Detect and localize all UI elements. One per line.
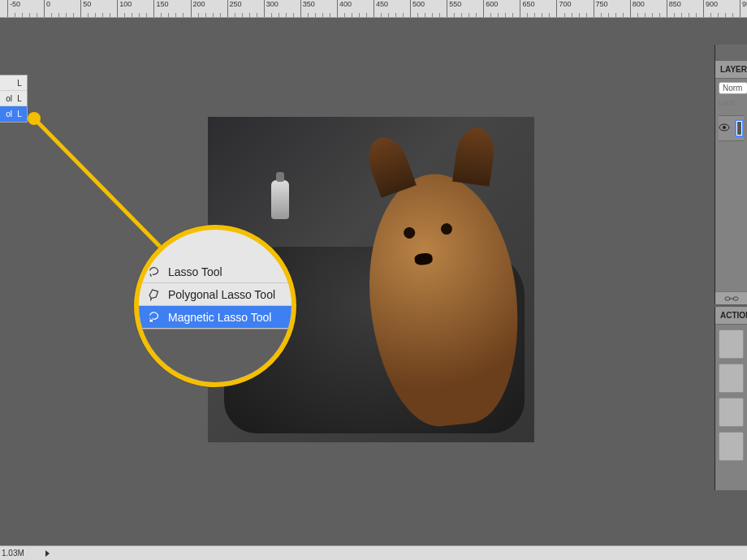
poly-lasso-icon (147, 287, 162, 302)
ruler-tick-major: 0 (44, 0, 50, 18)
tool-row-magnetic-lasso[interactable]: Magnetic Lasso Tool (139, 306, 291, 329)
visibility-eye-icon[interactable] (719, 123, 730, 133)
lasso-flyout-magnified: Lasso Tool Polygonal Lasso Tool Magnetic… (134, 225, 296, 387)
tool-label: Magnetic Lasso Tool (168, 311, 271, 324)
canvas-workspace: L ol L ol L Lass (0, 18, 747, 545)
blend-mode-select[interactable]: Norm (719, 82, 747, 94)
layers-panel-title: LAYERS (720, 65, 747, 74)
tool-row-lasso[interactable]: Lasso Tool (139, 261, 291, 283)
action-slot[interactable] (719, 364, 744, 393)
ruler-tick-major: -50 (7, 0, 20, 18)
ruler-tick-major: 50 (80, 0, 91, 18)
lasso-flyout-small-row-0[interactable]: L (0, 75, 27, 91)
flyout-row-label: ol (3, 94, 15, 103)
layers-panel-footer (715, 291, 747, 304)
lock-label: Lock: (719, 99, 736, 107)
tool-label: Lasso Tool (168, 265, 222, 278)
lasso-flyout-small-row-2[interactable]: ol L (0, 106, 27, 122)
flyout-row-shortcut: L (15, 79, 24, 88)
svg-rect-2 (149, 319, 153, 322)
flyout-row-shortcut: L (15, 94, 24, 103)
svg-line-0 (34, 118, 175, 261)
layer-thumbnail[interactable] (735, 119, 744, 137)
mag-lasso-icon (147, 310, 162, 325)
actions-panel[interactable]: ACTION (715, 307, 747, 490)
status-menu-triangle-icon[interactable] (45, 550, 50, 557)
link-icon[interactable] (724, 295, 739, 303)
action-slot[interactable] (719, 330, 744, 359)
svg-point-1 (28, 112, 41, 125)
flyout-row-label: ol (3, 110, 15, 118)
layers-panel[interactable]: LAYERS Norm Lock: (715, 45, 747, 304)
flyout-row-shortcut: L (15, 110, 24, 118)
lasso-flyout-small-row-1[interactable]: ol L (0, 91, 27, 106)
lasso-flyout-small: L ol L ol L (0, 75, 28, 123)
svg-point-6 (723, 126, 726, 129)
lasso-icon (147, 265, 162, 279)
doc-size-readout: 1.03M (2, 549, 24, 558)
action-slot[interactable] (719, 398, 744, 427)
horizontal-ruler: -500501001502002503003504004505005506006… (0, 0, 747, 18)
action-slot[interactable] (719, 432, 744, 461)
water-bottle-shape (271, 180, 289, 219)
tool-label: Polygonal Lasso Tool (168, 288, 275, 301)
ruler-tick-major: 950 (740, 0, 747, 18)
actions-panel-title: ACTION (720, 311, 747, 320)
tool-row-polygonal-lasso[interactable]: Polygonal Lasso Tool (139, 283, 291, 306)
layer-row[interactable] (719, 115, 744, 141)
status-bar: 1.03M (0, 545, 747, 560)
